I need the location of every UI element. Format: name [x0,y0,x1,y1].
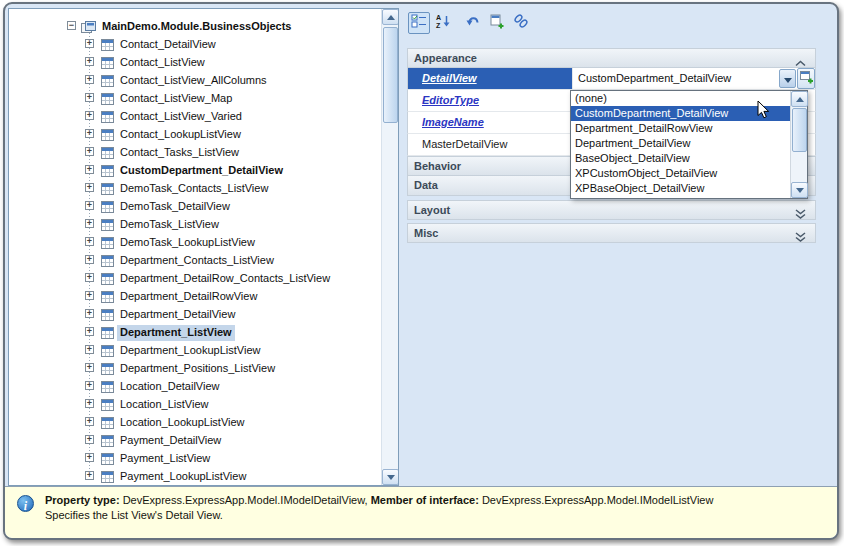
categorized-view-button[interactable] [408,12,430,34]
dropdown-option-label: BaseObject_DetailView [575,152,690,164]
add-node-button[interactable] [486,12,508,34]
module-icon [81,20,96,38]
tree-item-label: Payment_LookupListView [117,469,249,485]
tree-item[interactable]: DemoTask_Contacts_ListView [9,179,398,197]
tree-item-label: DemoTask_DetailView [117,199,233,215]
property-label-cell[interactable]: ImageName [408,112,573,133]
expand-icon[interactable] [85,219,94,228]
tree-item-label: Department_DetailRowView [117,289,260,305]
expand-icon[interactable] [85,93,94,102]
tree-item[interactable]: Department_Positions_ListView [9,359,398,377]
expand-icon[interactable] [85,129,94,138]
tree-item[interactable]: Department_Contacts_ListView [9,251,398,269]
expand-icon[interactable] [85,453,94,462]
tree-item-label: DemoTask_LookupListView [117,235,258,251]
category-header-layout[interactable]: Layout [407,200,816,220]
property-label-cell[interactable]: EditorType [408,90,573,111]
expand-icon[interactable] [85,183,94,192]
tree-item[interactable]: Contact_ListView_Map [9,89,398,107]
expand-icon[interactable] [85,111,94,120]
tree-item[interactable]: DemoTask_LookupListView [9,233,398,251]
expand-icon[interactable] [85,399,94,408]
property-label-cell[interactable]: DetailView [408,68,573,89]
property-value-cell[interactable]: CustomDepartment_DetailView [574,68,779,89]
expand-icon[interactable] [85,471,94,480]
tree-item-label: Department_DetailRow_Contacts_ListView [117,271,333,287]
new-view-button[interactable] [797,68,815,89]
tree-item-label: Contact_ListView_AllColumns [117,73,270,89]
tree-item[interactable]: Department_ListView [9,323,398,341]
tree-item[interactable]: CustomDepartment_DetailView [9,161,398,179]
tree-item[interactable]: Contact_Tasks_ListView [9,143,398,161]
link-button[interactable] [510,12,532,34]
expand-icon[interactable] [85,417,94,426]
tree-item[interactable]: DemoTask_DetailView [9,197,398,215]
tree-item[interactable]: Contact_ListView_Varied [9,107,398,125]
property-type-line: Property type: DevExpress.ExpressApp.Mod… [45,493,829,508]
category-header-misc[interactable]: Misc [407,223,816,243]
dropdown-option[interactable]: XPCustomObject_DetailView [571,166,790,181]
expand-icon[interactable] [85,255,94,264]
scroll-up-button[interactable] [382,9,399,25]
tree-item-label: DemoTask_ListView [117,217,222,233]
scroll-down-button[interactable] [382,469,399,485]
expand-icon[interactable] [85,309,94,318]
tree-item[interactable]: Payment_ListView [9,449,398,467]
tree-scrollbar[interactable] [381,9,398,485]
tree-item[interactable]: Contact_ListView [9,53,398,71]
undo-button[interactable] [462,12,484,34]
sort-alphabetical-button[interactable]: AZ [432,12,454,34]
expand-icon[interactable] [85,201,94,210]
expand-icon[interactable] [85,75,94,84]
expand-icon[interactable] [85,147,94,156]
tree-item[interactable]: Department_LookupListView [9,341,398,359]
tree-item[interactable]: Department_DetailRow_Contacts_ListView [9,269,398,287]
expand-icon[interactable] [85,363,94,372]
chevron-double-down-icon [795,206,806,224]
dropdown-option[interactable]: XPBaseObject_DetailView [571,181,790,196]
tree-item[interactable]: Contact_ListView_AllColumns [9,71,398,89]
expand-icon[interactable] [85,291,94,300]
scroll-thumb[interactable] [383,27,398,123]
expand-icon[interactable] [85,39,94,48]
view-node-icon [101,38,114,56]
tree-item[interactable]: Contact_LookupListView [9,125,398,143]
tree-item[interactable]: Location_DetailView [9,377,398,395]
tree-item[interactable]: Department_DetailView [9,305,398,323]
undo-icon [465,13,481,33]
tree-item[interactable]: Contact_DetailView [9,35,398,53]
expand-icon[interactable] [85,57,94,66]
tree-item[interactable]: Location_ListView [9,395,398,413]
dropdown-option[interactable]: BaseObject_DetailView [571,151,790,166]
dropdown-option[interactable]: Department_DetailView [571,136,790,151]
view-node-icon [101,164,114,182]
expand-icon[interactable] [85,165,94,174]
expand-icon[interactable] [85,381,94,390]
tree-item-label: Department_Positions_ListView [117,361,278,377]
tree-root-node[interactable]: MainDemo.Module.BusinessObjects [9,17,398,35]
expand-icon[interactable] [85,237,94,246]
property-label-cell[interactable]: MasterDetailView [408,134,573,155]
scroll-up-button[interactable] [791,91,808,107]
dropdown-scrollbar[interactable] [790,91,807,198]
tree-item-label: Department_ListView [117,325,235,341]
tree-item[interactable]: Payment_LookupListView [9,467,398,485]
scroll-down-button[interactable] [791,182,808,198]
property-description-panel: Property type: DevExpress.ExpressApp.Mod… [5,486,837,538]
expand-icon[interactable] [85,327,94,336]
categorized-view-icon [411,13,427,33]
tree-item[interactable]: Payment_DetailView [9,431,398,449]
tree-item[interactable]: DemoTask_ListView [9,215,398,233]
dropdown-arrow-button[interactable] [779,69,796,88]
collapse-icon[interactable] [67,21,76,30]
expand-icon[interactable] [85,273,94,282]
tree-item-label: CustomDepartment_DetailView [117,163,286,179]
view-node-icon [101,326,114,344]
expand-icon[interactable] [85,345,94,354]
expand-icon[interactable] [85,435,94,444]
category-header-appearance[interactable]: Appearance [407,48,816,68]
scroll-thumb[interactable] [792,108,807,152]
tree-item[interactable]: Department_DetailRowView [9,287,398,305]
tree-item-label: Contact_Tasks_ListView [117,145,242,161]
tree-item[interactable]: Location_LookupListView [9,413,398,431]
